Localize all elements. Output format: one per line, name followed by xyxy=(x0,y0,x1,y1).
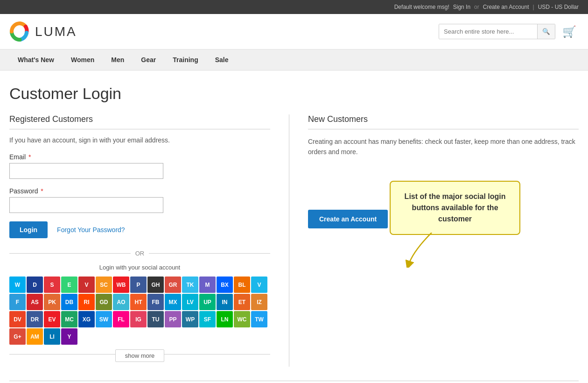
social-btn-9[interactable]: GR xyxy=(165,277,181,293)
social-btn-39[interactable]: PP xyxy=(165,311,181,327)
social-btn-24[interactable]: MX xyxy=(165,294,181,310)
social-btn-37[interactable]: IG xyxy=(130,311,147,327)
email-field-group: Email * xyxy=(9,153,270,179)
callout-wrapper: List of the major social login buttons a… xyxy=(390,181,520,235)
social-btn-47[interactable]: LI xyxy=(44,328,60,345)
social-btn-16[interactable]: AS xyxy=(27,294,43,310)
social-btn-30[interactable]: DV xyxy=(9,311,26,327)
registered-customers-section: Registered Customers If you have an acco… xyxy=(9,114,289,367)
show-more-button[interactable]: show more xyxy=(115,349,165,362)
password-field-group: Password * xyxy=(9,187,270,213)
social-btn-23[interactable]: FB xyxy=(147,294,164,310)
nav-sale[interactable]: Sale xyxy=(207,50,237,70)
social-btn-28[interactable]: ET xyxy=(234,294,250,310)
email-input[interactable] xyxy=(9,163,163,179)
social-btn-3[interactable]: E xyxy=(61,277,77,293)
social-btn-21[interactable]: AO xyxy=(113,294,129,310)
social-btn-15[interactable]: F xyxy=(9,294,26,310)
callout-arrow xyxy=(404,233,460,268)
social-btn-0[interactable]: W xyxy=(9,277,26,293)
social-btn-12[interactable]: BX xyxy=(217,277,233,293)
welcome-message: Default welcome msg! xyxy=(394,4,449,10)
social-btn-46[interactable]: AM xyxy=(27,328,43,345)
social-btn-6[interactable]: WB xyxy=(113,277,129,293)
logo-icon xyxy=(9,21,30,42)
password-required: * xyxy=(41,187,43,195)
social-btn-32[interactable]: EV xyxy=(44,311,60,327)
logo-text: LUMA xyxy=(35,24,77,39)
social-btn-45[interactable]: G+ xyxy=(9,328,26,345)
social-btn-41[interactable]: SF xyxy=(199,311,216,327)
social-btn-38[interactable]: TU xyxy=(147,311,164,327)
social-btn-35[interactable]: SW xyxy=(96,311,112,327)
cart-icon[interactable]: 🛒 xyxy=(560,23,579,41)
form-actions: Login Forgot Your Password? xyxy=(9,221,270,238)
social-btn-42[interactable]: LN xyxy=(217,311,233,327)
social-btn-20[interactable]: GD xyxy=(96,294,112,310)
currency-selector[interactable]: USD - US Dollar xyxy=(538,4,579,10)
new-customers-title: New Customers xyxy=(308,114,579,129)
search-bar: 🔍 xyxy=(439,24,555,39)
social-btn-33[interactable]: MC xyxy=(61,311,77,327)
social-btn-48[interactable]: Y xyxy=(61,328,77,345)
nav-training[interactable]: Training xyxy=(164,50,206,70)
social-btn-29[interactable]: IZ xyxy=(251,294,267,310)
or-text: OR xyxy=(135,250,145,257)
footer-line xyxy=(9,381,579,381)
page-title: Customer Login xyxy=(9,85,579,103)
social-btn-22[interactable]: HT xyxy=(130,294,147,310)
social-btn-40[interactable]: WP xyxy=(182,311,198,327)
main-content: Customer Login Registered Customers If y… xyxy=(0,71,588,383)
social-btn-17[interactable]: PK xyxy=(44,294,60,310)
top-bar: Default welcome msg! Sign In or Create a… xyxy=(0,0,588,14)
forgot-password-link[interactable]: Forgot Your Password? xyxy=(57,226,125,234)
new-customers-section: New Customers Creating an account has ma… xyxy=(308,114,579,367)
or-line-right xyxy=(149,253,270,254)
or-separator: or xyxy=(474,4,479,10)
header-right: 🔍 🛒 xyxy=(439,23,579,41)
social-btn-2[interactable]: S xyxy=(44,277,60,293)
email-label: Email * xyxy=(9,153,270,161)
social-btn-27[interactable]: IN xyxy=(217,294,233,310)
social-btn-19[interactable]: RI xyxy=(78,294,95,310)
social-btn-7[interactable]: P xyxy=(130,277,147,293)
create-account-button[interactable]: Create an Account xyxy=(308,210,388,228)
social-btn-11[interactable]: M xyxy=(199,277,216,293)
create-account-link-top[interactable]: Create an Account xyxy=(483,4,529,10)
social-btn-13[interactable]: BL xyxy=(234,277,250,293)
social-btn-36[interactable]: FL xyxy=(113,311,129,327)
social-buttons-grid: WDSEVSCWBPGHGRTKMBXBLVFASPKDBRIGDAOHTFBM… xyxy=(9,277,270,345)
search-button[interactable]: 🔍 xyxy=(537,24,555,39)
social-btn-5[interactable]: SC xyxy=(96,277,112,293)
signin-link[interactable]: Sign In xyxy=(453,4,470,10)
registered-description: If you have an account, sign in with you… xyxy=(9,136,270,144)
login-button[interactable]: Login xyxy=(9,221,48,238)
social-btn-4[interactable]: V xyxy=(78,277,95,293)
social-btn-10[interactable]: TK xyxy=(182,277,198,293)
new-customers-description: Creating an account has many benefits: c… xyxy=(308,136,579,157)
social-btn-26[interactable]: UP xyxy=(199,294,216,310)
login-container: Registered Customers If you have an acco… xyxy=(9,114,579,367)
social-btn-31[interactable]: DR xyxy=(27,311,43,327)
social-btn-43[interactable]: WC xyxy=(234,311,250,327)
site-header: LUMA 🔍 🛒 xyxy=(0,14,588,50)
social-btn-18[interactable]: DB xyxy=(61,294,77,310)
social-btn-44[interactable]: TW xyxy=(251,311,267,327)
callout-bubble: List of the major social login buttons a… xyxy=(390,181,520,235)
social-btn-8[interactable]: GH xyxy=(147,277,164,293)
or-divider: OR xyxy=(9,250,270,257)
social-btn-25[interactable]: LV xyxy=(182,294,198,310)
social-btn-14[interactable]: V xyxy=(251,277,267,293)
nav-whats-new[interactable]: What's New xyxy=(9,50,63,70)
logo-link[interactable]: LUMA xyxy=(9,21,77,42)
social-btn-34[interactable]: XG xyxy=(78,311,95,327)
nav-men[interactable]: Men xyxy=(103,50,133,70)
password-input[interactable] xyxy=(9,197,163,213)
social-btn-1[interactable]: D xyxy=(27,277,43,293)
social-label: Login with your social account xyxy=(9,264,270,271)
or-line-left xyxy=(9,253,131,254)
nav-women[interactable]: Women xyxy=(63,50,103,70)
nav-gear[interactable]: Gear xyxy=(133,50,164,70)
search-input[interactable] xyxy=(439,24,537,39)
email-required: * xyxy=(28,153,31,161)
